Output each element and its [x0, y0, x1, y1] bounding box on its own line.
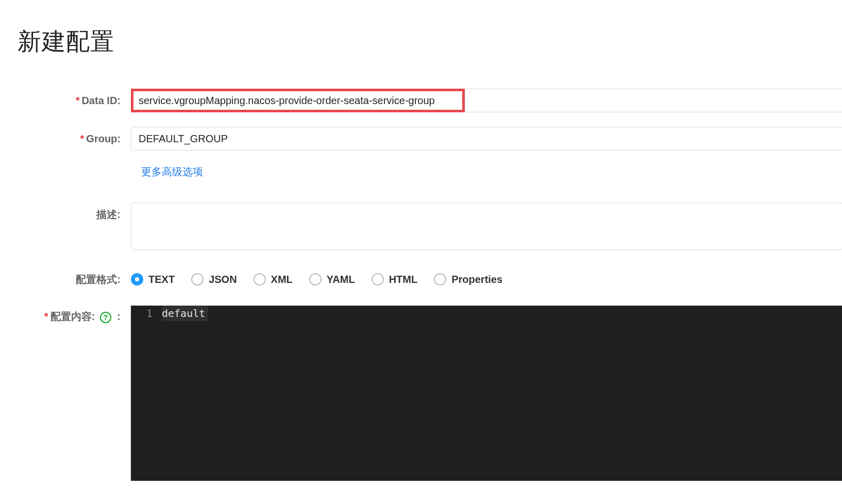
radio-label: TEXT — [148, 274, 175, 285]
required-marker: * — [44, 311, 48, 322]
label-group-text: Group: — [86, 133, 121, 144]
input-data-id-remainder — [465, 89, 842, 112]
required-marker: * — [76, 95, 80, 106]
input-group[interactable] — [131, 127, 842, 150]
row-description: 描述: — [18, 203, 842, 252]
page-title: 新建配置 — [18, 26, 842, 58]
row-advanced-link: 更多高级选项 — [141, 165, 842, 179]
radio-circle-icon — [372, 273, 384, 285]
control-content: 1default — [131, 306, 842, 481]
row-format: 配置格式: TEXTJSONXMLYAMLHTMLProperties — [18, 267, 842, 291]
control-data-id — [131, 89, 842, 112]
row-content: *配置内容: ? : 1default — [18, 306, 842, 481]
radio-format-properties[interactable]: Properties — [434, 273, 502, 285]
input-description[interactable] — [131, 203, 842, 250]
control-group — [131, 127, 842, 150]
editor-gutter-line-number: 1 — [131, 306, 162, 321]
input-data-id[interactable] — [134, 92, 461, 109]
radio-label: HTML — [389, 274, 418, 285]
help-icon[interactable]: ? — [100, 312, 111, 323]
control-description — [131, 203, 842, 252]
label-group: *Group: — [18, 127, 131, 150]
radio-format-yaml[interactable]: YAML — [309, 273, 355, 285]
radio-format-xml[interactable]: XML — [254, 273, 293, 285]
radio-format-html[interactable]: HTML — [372, 273, 418, 285]
radio-format-text[interactable]: TEXT — [131, 273, 175, 285]
radio-label: Properties — [451, 274, 502, 285]
radio-circle-icon — [254, 273, 266, 285]
highlight-annotation — [131, 89, 465, 112]
label-data-id: *Data ID: — [18, 89, 131, 112]
editor-code-text: default — [162, 306, 842, 321]
label-description-text: 描述: — [96, 209, 121, 220]
code-editor[interactable]: 1default — [131, 306, 842, 481]
radio-label: XML — [271, 274, 293, 285]
radio-circle-icon — [309, 273, 322, 285]
editor-line: 1default — [131, 306, 842, 321]
row-group: *Group: — [18, 127, 842, 150]
control-format: TEXTJSONXMLYAMLHTMLProperties — [131, 267, 842, 291]
radio-circle-icon — [191, 273, 204, 285]
radio-label: JSON — [209, 274, 237, 285]
advanced-options-link[interactable]: 更多高级选项 — [141, 166, 203, 177]
required-marker: * — [80, 133, 85, 144]
label-content: *配置内容: ? : — [18, 306, 131, 324]
radio-format-json[interactable]: JSON — [191, 273, 237, 285]
label-description: 描述: — [18, 203, 131, 226]
label-data-id-text: Data ID: — [81, 95, 121, 106]
row-data-id: *Data ID: — [18, 89, 842, 112]
radio-group-format: TEXTJSONXMLYAMLHTMLProperties — [131, 267, 842, 291]
radio-circle-icon — [434, 273, 446, 285]
label-content-text: 配置内容: — [50, 311, 95, 322]
page-root: 新建配置 *Data ID: *Group: 更多高级选项 描述: — [0, 0, 842, 481]
radio-circle-icon — [131, 273, 143, 285]
label-format-text: 配置格式: — [76, 274, 121, 285]
label-content-colon: : — [117, 311, 121, 322]
label-format: 配置格式: — [18, 267, 131, 291]
radio-label: YAML — [327, 274, 355, 285]
